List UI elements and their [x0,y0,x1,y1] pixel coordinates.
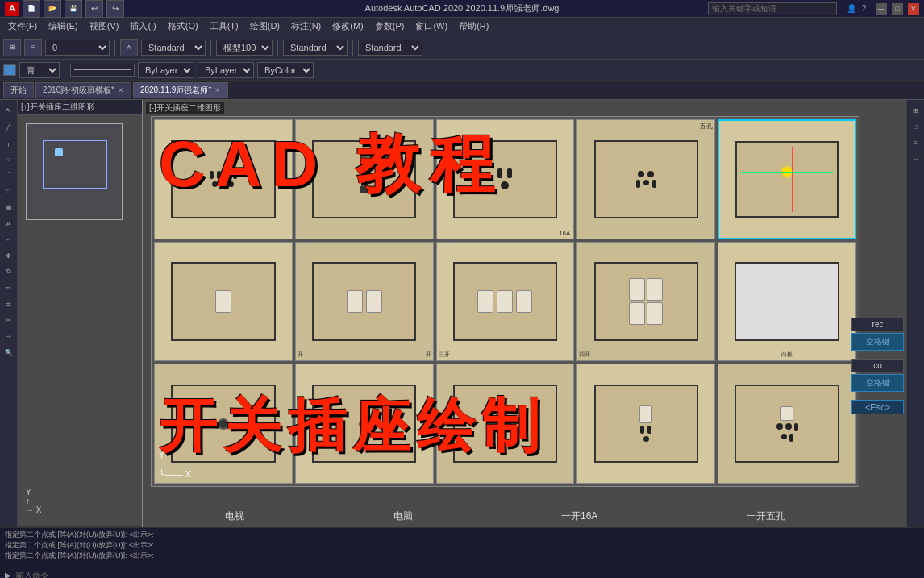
double-switch-panel [347,290,382,313]
close-button[interactable]: ✕ [908,3,919,15]
tab-close-current[interactable]: ✕ [214,86,221,94]
linetype-select[interactable]: ByLayer [138,62,194,78]
tool-extend[interactable]: ⇢ [2,329,16,343]
quick-access-undo[interactable]: ↩ [85,0,103,18]
layer-select[interactable]: 0 [45,40,110,56]
switch-16a-content [639,405,652,442]
quick-access-redo[interactable]: ↪ [106,0,124,18]
large-ground [501,181,509,189]
right-tool-1[interactable]: ⊞ [909,103,923,118]
menu-modify[interactable]: 修改(M) [327,19,368,34]
search-input[interactable] [708,2,837,15]
titlebar-left: A 📄 📂 💾 ↩ ↪ [5,0,124,18]
quick-access-save[interactable]: 💾 [65,0,82,18]
tool-dimension[interactable]: ↔ [2,232,16,247]
five-hole-socket [636,171,656,188]
color-select-2[interactable]: ByColor [257,62,314,78]
menu-window[interactable]: 窗口(W) [410,19,452,34]
sw5h-h1 [776,423,783,430]
rec-button[interactable]: rec [851,318,904,331]
component-double-outlet [154,119,293,239]
esc-button[interactable]: <Esc> [851,400,904,414]
lineweight-select[interactable]: ByLayer [198,62,254,78]
menu-file[interactable]: 文件(F) [3,19,42,34]
color-select[interactable]: 青 [19,62,60,78]
color-swatch[interactable] [3,64,16,76]
layer-icon[interactable]: ⊞ [3,39,21,56]
cad-drawing-area[interactable]: [-]开关插座二维图形 [143,100,924,527]
rocker-4b [647,278,663,301]
viewport[interactable]: [↑]开关插座二维图形 Y ↑ → X [-]开关插座二维图形 [18,100,924,527]
tool-arc[interactable]: ⌒ [2,168,16,182]
menu-insert[interactable]: 插入(I) [125,19,160,34]
style-select-4[interactable]: Standard [358,40,422,56]
menu-format[interactable]: 格式(O) [163,19,203,34]
right-tool-4[interactable]: ↔ [909,152,923,166]
right-tool-panel: ⊞ □ ≡ ↔ [906,100,924,527]
tool-polyline[interactable]: ╮ [2,135,16,150]
maximize-button[interactable]: □ [892,3,903,15]
rocker-2b [366,290,382,313]
menu-help[interactable]: 帮助(H) [454,19,493,34]
sw16a-hole-1 [640,426,644,434]
tab-current[interactable]: 2020.11.9师强老师* ✕ [133,82,228,98]
menu-view[interactable]: 视图(V) [85,19,124,34]
axes-label: Y ↑ → X [26,488,41,514]
quick-access-open[interactable]: 📂 [44,0,61,18]
quick-access-new[interactable]: 📄 [23,0,40,18]
right-tool-3[interactable]: ≡ [909,135,923,150]
label-16a: 16A [559,230,570,237]
tool-offset[interactable]: ⇉ [2,297,16,311]
style-select-1[interactable]: Standard [141,40,206,56]
large-socket-top [497,168,512,178]
label-tv: 电视 [225,509,244,523]
usb-hole-2 [366,165,370,173]
tool-move[interactable]: ✥ [2,248,16,263]
left-view-panel: [↑]开关插座二维图形 Y ↑ → X [18,100,143,527]
label-fivehole: 一开五孔 [747,509,785,523]
tv-port [218,418,229,430]
tool-zoom[interactable]: 🔍 [2,345,16,360]
sw5h-h5 [789,434,793,442]
minimize-button[interactable]: — [876,3,887,15]
tool-trim[interactable]: ✂ [2,313,16,327]
menu-tools[interactable]: 工具(T) [205,19,243,34]
properties-icon[interactable]: ≡ [24,39,42,56]
tool-circle[interactable]: ○ [2,152,16,166]
cmd-line-3: 指定第二个点或 [阵(A)(对(U)/放弃(U)]: <出示>: [5,551,919,561]
tool-mirror[interactable]: ⇔ [2,281,16,295]
menu-draw[interactable]: 绘图(D) [245,19,285,34]
tool-copy[interactable]: ⧉ [2,264,16,279]
tool-hatch[interactable]: ▦ [2,200,16,214]
menu-edit[interactable]: 编辑(E) [44,19,83,34]
tool-text[interactable]: A [2,216,16,231]
command-buttons: rec 空格键 co 空格键 <Esc> [851,318,904,414]
label-16a: 一开16A [561,509,597,523]
right-tool-2[interactable]: □ [909,119,923,134]
tab-template[interactable]: 2010路·初级班模板* ✕ [35,82,131,98]
tab-start[interactable]: 开始 [3,82,34,98]
cmd-input[interactable] [15,568,919,578]
style-select-3[interactable]: Standard [283,40,348,56]
co-button[interactable]: co [851,359,904,372]
help-icon[interactable]: ? [861,4,866,13]
toolbar-secondary: 青 ByLayer ByLayer ByColor [0,60,924,81]
rocker-3a [477,290,493,313]
spacer [851,352,904,357]
cmd-input-area: ▶ [5,568,919,578]
co-key-label[interactable]: 空格键 [851,374,904,392]
tab-close-template[interactable]: ✕ [118,86,124,94]
rec-key-label[interactable]: 空格键 [851,333,904,351]
tool-rectangle[interactable]: □ [2,184,16,198]
style-select-2[interactable]: 模型100 [216,40,273,56]
linetype-display [70,64,135,77]
label-triple: 三开 [439,351,450,359]
annotate-icon[interactable]: A [120,39,138,56]
menu-params[interactable]: 参数(P) [370,19,410,34]
tool-line[interactable]: ╱ [2,119,16,134]
menu-dimension[interactable]: 标注(N) [286,19,326,34]
view-label: [-]开关插座二维图形 [146,102,224,114]
sw16a-socket [640,426,651,434]
switch-box-2 [312,262,416,340]
tool-select[interactable]: ↖ [2,103,16,118]
